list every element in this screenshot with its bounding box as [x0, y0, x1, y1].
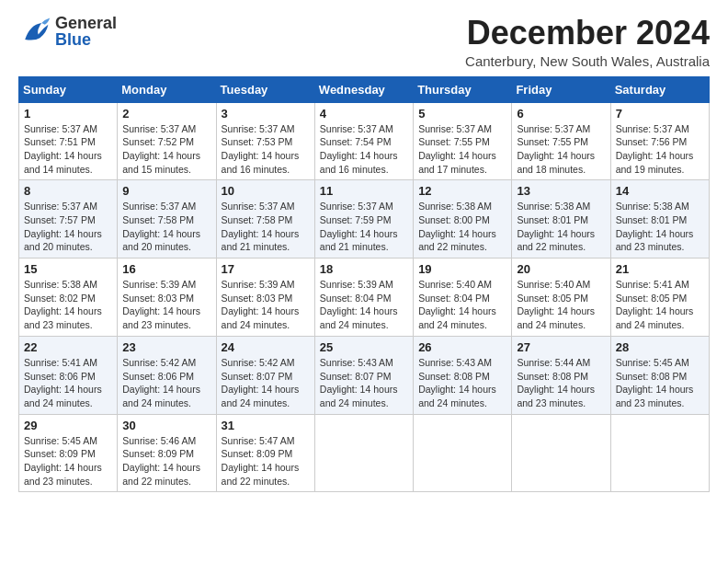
day-content: Sunrise: 5:37 AMSunset: 7:57 PMDaylight:… — [24, 200, 112, 254]
calendar-cell: 29Sunrise: 5:45 AMSunset: 8:09 PMDayligh… — [19, 414, 118, 492]
calendar-cell: 20Sunrise: 5:40 AMSunset: 8:05 PMDayligh… — [512, 259, 610, 337]
calendar-cell: 12Sunrise: 5:38 AMSunset: 8:00 PMDayligh… — [414, 180, 512, 259]
calendar-cell: 6Sunrise: 5:37 AMSunset: 7:55 PMDaylight… — [512, 102, 610, 180]
day-content: Sunrise: 5:44 AMSunset: 8:08 PMDaylight:… — [517, 356, 605, 410]
day-content: Sunrise: 5:39 AMSunset: 8:03 PMDaylight:… — [122, 278, 210, 332]
calendar-cell: 5Sunrise: 5:37 AMSunset: 7:55 PMDaylight… — [414, 102, 512, 180]
location-title: Canterbury, New South Wales, Australia — [465, 53, 710, 69]
day-number: 14 — [616, 184, 704, 198]
day-number: 23 — [122, 340, 210, 354]
calendar-cell: 9Sunrise: 5:37 AMSunset: 7:58 PMDaylight… — [118, 180, 216, 259]
day-number: 6 — [517, 107, 605, 121]
day-number: 12 — [418, 184, 506, 198]
day-content: Sunrise: 5:37 AMSunset: 7:55 PMDaylight:… — [418, 122, 506, 177]
day-content: Sunrise: 5:38 AMSunset: 8:00 PMDaylight:… — [418, 200, 506, 254]
calendar-cell: 16Sunrise: 5:39 AMSunset: 8:03 PMDayligh… — [118, 259, 216, 337]
calendar-cell: 3Sunrise: 5:37 AMSunset: 7:53 PMDaylight… — [216, 102, 314, 180]
calendar-cell: 21Sunrise: 5:41 AMSunset: 8:05 PMDayligh… — [610, 259, 709, 337]
day-number: 27 — [517, 340, 605, 354]
day-number: 8 — [24, 184, 112, 198]
day-content: Sunrise: 5:38 AMSunset: 8:01 PMDaylight:… — [517, 200, 605, 254]
header-day-sunday: Sunday — [19, 76, 118, 102]
calendar-week-row: 8Sunrise: 5:37 AMSunset: 7:57 PMDaylight… — [19, 180, 710, 259]
day-number: 10 — [222, 184, 310, 198]
calendar-cell: 15Sunrise: 5:38 AMSunset: 8:02 PMDayligh… — [19, 259, 118, 337]
calendar-cell — [610, 414, 709, 492]
day-number: 7 — [616, 107, 704, 121]
logo-text: General Blue — [55, 15, 117, 48]
logo-icon — [18, 15, 51, 48]
day-content: Sunrise: 5:39 AMSunset: 8:03 PMDaylight:… — [222, 278, 310, 332]
month-title: December 2024 — [465, 15, 710, 52]
calendar-cell: 8Sunrise: 5:37 AMSunset: 7:57 PMDaylight… — [19, 180, 118, 259]
day-number: 29 — [24, 419, 112, 432]
title-area: December 2024 Canterbury, New South Wale… — [465, 15, 710, 69]
calendar-cell: 31Sunrise: 5:47 AMSunset: 8:09 PMDayligh… — [216, 414, 314, 492]
header-day-wednesday: Wednesday — [314, 76, 413, 102]
day-content: Sunrise: 5:37 AMSunset: 7:56 PMDaylight:… — [616, 122, 704, 177]
calendar-cell — [512, 414, 610, 492]
day-number: 16 — [122, 262, 210, 276]
day-content: Sunrise: 5:43 AMSunset: 8:08 PMDaylight:… — [418, 356, 506, 410]
calendar-cell: 13Sunrise: 5:38 AMSunset: 8:01 PMDayligh… — [512, 180, 610, 259]
calendar-cell: 10Sunrise: 5:37 AMSunset: 7:58 PMDayligh… — [216, 180, 314, 259]
day-number: 20 — [517, 262, 605, 276]
day-content: Sunrise: 5:39 AMSunset: 8:04 PMDaylight:… — [320, 278, 408, 332]
day-number: 11 — [320, 184, 408, 198]
day-content: Sunrise: 5:38 AMSunset: 8:01 PMDaylight:… — [616, 200, 704, 254]
day-content: Sunrise: 5:41 AMSunset: 8:06 PMDaylight:… — [24, 356, 112, 410]
calendar-week-row: 29Sunrise: 5:45 AMSunset: 8:09 PMDayligh… — [19, 414, 710, 492]
calendar-cell: 28Sunrise: 5:45 AMSunset: 8:08 PMDayligh… — [610, 336, 709, 414]
day-content: Sunrise: 5:46 AMSunset: 8:09 PMDaylight:… — [122, 434, 210, 488]
day-content: Sunrise: 5:41 AMSunset: 8:05 PMDaylight:… — [616, 278, 704, 332]
day-content: Sunrise: 5:40 AMSunset: 8:04 PMDaylight:… — [418, 278, 506, 332]
day-number: 26 — [418, 340, 506, 354]
day-content: Sunrise: 5:42 AMSunset: 8:07 PMDaylight:… — [222, 356, 310, 410]
header-day-friday: Friday — [512, 76, 610, 102]
page-header: General Blue December 2024 Canterbury, N… — [18, 15, 710, 69]
day-number: 17 — [222, 262, 310, 276]
day-content: Sunrise: 5:43 AMSunset: 8:07 PMDaylight:… — [320, 356, 408, 410]
day-number: 21 — [616, 262, 704, 276]
day-number: 5 — [418, 107, 506, 121]
calendar-cell: 14Sunrise: 5:38 AMSunset: 8:01 PMDayligh… — [610, 180, 709, 259]
day-content: Sunrise: 5:40 AMSunset: 8:05 PMDaylight:… — [517, 278, 605, 332]
calendar-week-row: 1Sunrise: 5:37 AMSunset: 7:51 PMDaylight… — [19, 102, 710, 180]
calendar-cell: 1Sunrise: 5:37 AMSunset: 7:51 PMDaylight… — [19, 102, 118, 180]
day-number: 15 — [24, 262, 112, 276]
calendar-cell — [414, 414, 512, 492]
day-number: 3 — [222, 107, 310, 121]
calendar-cell: 18Sunrise: 5:39 AMSunset: 8:04 PMDayligh… — [314, 259, 413, 337]
calendar-week-row: 22Sunrise: 5:41 AMSunset: 8:06 PMDayligh… — [19, 336, 710, 414]
calendar-cell: 4Sunrise: 5:37 AMSunset: 7:54 PMDaylight… — [314, 102, 413, 180]
day-content: Sunrise: 5:42 AMSunset: 8:06 PMDaylight:… — [122, 356, 210, 410]
calendar-cell: 30Sunrise: 5:46 AMSunset: 8:09 PMDayligh… — [118, 414, 216, 492]
day-number: 4 — [320, 107, 408, 121]
day-content: Sunrise: 5:37 AMSunset: 7:51 PMDaylight:… — [24, 122, 112, 177]
day-number: 19 — [418, 262, 506, 276]
calendar-cell: 27Sunrise: 5:44 AMSunset: 8:08 PMDayligh… — [512, 336, 610, 414]
day-number: 1 — [24, 107, 112, 121]
day-content: Sunrise: 5:37 AMSunset: 7:59 PMDaylight:… — [320, 200, 408, 254]
day-number: 18 — [320, 262, 408, 276]
calendar-cell: 19Sunrise: 5:40 AMSunset: 8:04 PMDayligh… — [414, 259, 512, 337]
day-number: 24 — [222, 340, 310, 354]
calendar-cell: 26Sunrise: 5:43 AMSunset: 8:08 PMDayligh… — [414, 336, 512, 414]
calendar-header-row: SundayMondayTuesdayWednesdayThursdayFrid… — [19, 76, 710, 102]
calendar-cell: 23Sunrise: 5:42 AMSunset: 8:06 PMDayligh… — [118, 336, 216, 414]
day-content: Sunrise: 5:37 AMSunset: 7:53 PMDaylight:… — [222, 122, 310, 177]
day-content: Sunrise: 5:45 AMSunset: 8:09 PMDaylight:… — [24, 434, 112, 488]
calendar-cell: 17Sunrise: 5:39 AMSunset: 8:03 PMDayligh… — [216, 259, 314, 337]
day-number: 22 — [24, 340, 112, 354]
day-number: 25 — [320, 340, 408, 354]
calendar-cell: 2Sunrise: 5:37 AMSunset: 7:52 PMDaylight… — [118, 102, 216, 180]
day-number: 30 — [122, 419, 210, 432]
logo-blue-text: Blue — [55, 31, 117, 48]
day-number: 31 — [222, 419, 310, 432]
day-number: 28 — [616, 340, 704, 354]
calendar-cell: 24Sunrise: 5:42 AMSunset: 8:07 PMDayligh… — [216, 336, 314, 414]
calendar-table: SundayMondayTuesdayWednesdayThursdayFrid… — [18, 76, 710, 493]
calendar-week-row: 15Sunrise: 5:38 AMSunset: 8:02 PMDayligh… — [19, 259, 710, 337]
calendar-cell: 11Sunrise: 5:37 AMSunset: 7:59 PMDayligh… — [314, 180, 413, 259]
day-content: Sunrise: 5:37 AMSunset: 7:54 PMDaylight:… — [320, 122, 408, 177]
